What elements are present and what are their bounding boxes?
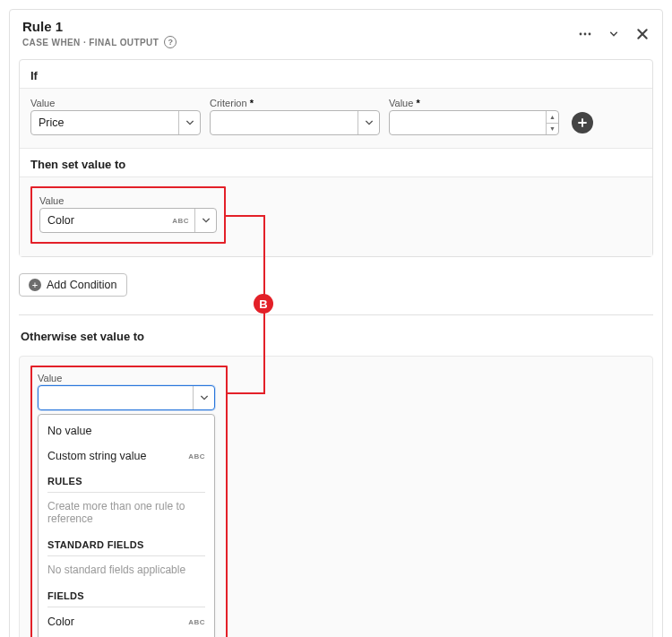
divider	[19, 314, 653, 315]
stepper-icon[interactable]: ▲▼	[546, 111, 558, 134]
abc-label: ABC	[172, 209, 194, 232]
if-block: If Value Price Criterion	[19, 59, 653, 257]
then-value-text: Color	[40, 209, 172, 232]
connector-line	[228, 392, 263, 394]
otherwise-body: Value No value Custom string value A	[19, 356, 653, 637]
svg-point-1	[584, 32, 587, 35]
connector-line	[226, 215, 263, 217]
dropdown-item-no-value[interactable]: No value	[39, 418, 214, 443]
panel-title: Rule 1	[22, 19, 177, 34]
collapse-icon[interactable]	[607, 27, 621, 41]
dropdown-section-rules: RULES	[39, 469, 214, 490]
chevron-down-icon	[358, 111, 379, 134]
svg-point-0	[580, 32, 582, 35]
plus-icon: +	[29, 279, 41, 291]
dropdown-section-fields: FIELDS	[39, 583, 214, 605]
dropdown-item-custom[interactable]: Custom string value ABC	[39, 443, 214, 469]
then-title: Then set value to	[20, 149, 652, 176]
abc-label: ABC	[188, 452, 205, 461]
panel-header: Rule 1 CASE WHEN · FINAL OUTPUT ?	[10, 10, 662, 54]
otherwise-title: Otherwise set value to	[19, 328, 653, 347]
otherwise-value-select[interactable]	[38, 385, 215, 410]
value-dropdown: No value Custom string value ABC RULES C…	[38, 414, 215, 637]
add-row-button[interactable]	[572, 112, 593, 133]
if-title: If	[20, 60, 652, 88]
if-value2-input[interactable]: ▲▼	[389, 110, 559, 135]
dropdown-section-standard: STANDARD FIELDS	[39, 532, 214, 554]
if-value2-label: Value	[389, 98, 559, 108]
highlight-then: Value Color ABC	[30, 186, 226, 244]
rule-panel: Rule 1 CASE WHEN · FINAL OUTPUT ? If	[9, 9, 663, 637]
if-criterion-text	[211, 111, 358, 134]
chevron-down-icon	[193, 386, 214, 409]
highlight-otherwise: Value No value Custom string value A	[30, 366, 228, 637]
chevron-down-icon	[178, 111, 200, 134]
if-value2-text	[390, 111, 546, 134]
close-icon[interactable]	[635, 27, 650, 41]
chevron-down-icon	[194, 209, 216, 232]
otherwise-value-label: Value	[38, 373, 215, 383]
help-icon[interactable]: ?	[164, 36, 177, 48]
dropdown-std-hint: No standard fields applicable	[39, 558, 214, 583]
abc-label: ABC	[188, 618, 205, 626]
panel-subtitle: CASE WHEN · FINAL OUTPUT	[22, 38, 159, 47]
if-value-text: Price	[31, 111, 178, 134]
otherwise-value-text	[39, 386, 193, 409]
then-value-label: Value	[39, 195, 217, 206]
add-condition-button[interactable]: + Add Condition	[19, 273, 127, 297]
if-value-label: Value	[30, 98, 201, 108]
if-criterion-select[interactable]	[210, 110, 380, 135]
more-icon[interactable]	[578, 27, 592, 41]
dropdown-item-field[interactable]: Color ABC	[39, 609, 214, 634]
header-actions	[578, 27, 650, 41]
if-body: Value Price Criterion	[20, 88, 652, 149]
if-criterion-label: Criterion	[210, 98, 380, 108]
callout-badge: B	[254, 294, 273, 314]
add-condition-row: + Add Condition	[19, 266, 653, 300]
then-value-select[interactable]: Color ABC	[39, 208, 217, 233]
if-value-select[interactable]: Price	[30, 110, 201, 135]
then-body: Value Color ABC	[20, 176, 652, 256]
add-condition-label: Add Condition	[47, 279, 117, 291]
dropdown-rules-hint: Create more than one rule to reference	[39, 495, 214, 532]
svg-point-2	[589, 32, 591, 35]
